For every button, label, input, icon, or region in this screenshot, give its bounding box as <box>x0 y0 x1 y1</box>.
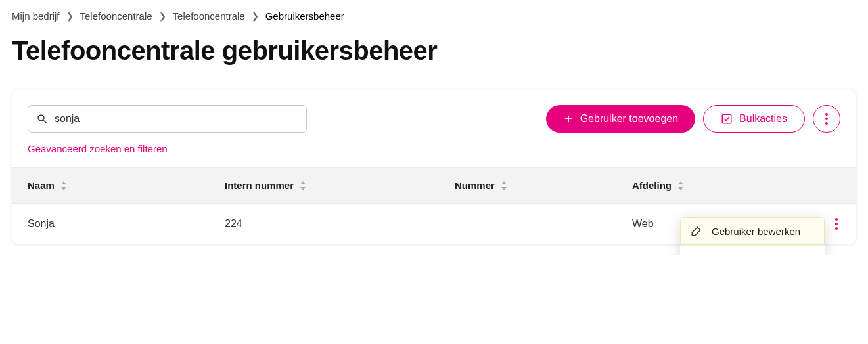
cell-intern: 224 <box>225 218 455 230</box>
menu-item-label: Licenties bewerken <box>712 254 796 255</box>
row-context-menu: Gebruiker bewerken Licenties bewerken Ge… <box>680 217 825 255</box>
column-header-intern-label: Intern nummer <box>225 180 294 191</box>
svg-point-0 <box>38 115 44 121</box>
sort-icon <box>500 181 508 191</box>
sort-icon <box>677 181 685 191</box>
row-menu-button[interactable] <box>833 215 840 232</box>
column-header-intern[interactable]: Intern nummer <box>225 180 455 191</box>
search-input[interactable] <box>55 113 298 125</box>
menu-item-edit-licenses[interactable]: Licenties bewerken <box>680 245 825 255</box>
column-header-afdeling[interactable]: Afdeling <box>632 180 821 191</box>
column-header-name[interactable]: Naam <box>28 180 225 191</box>
chevron-right-icon: ❯ <box>252 11 259 21</box>
breadcrumb: Mijn bedrijf ❯ Telefooncentrale ❯ Telefo… <box>12 11 856 22</box>
breadcrumb-link[interactable]: Telefooncentrale <box>173 11 245 22</box>
menu-item-label: Gebruiker bewerken <box>712 226 800 237</box>
plus-icon <box>563 114 574 124</box>
sort-icon <box>299 181 307 191</box>
checkbox-icon <box>721 113 733 125</box>
more-vertical-icon <box>825 113 828 125</box>
search-field-wrapper <box>28 105 307 133</box>
chevron-right-icon: ❯ <box>159 11 166 21</box>
page-title: Telefooncentrale gebruikersbeheer <box>12 36 856 66</box>
license-icon <box>691 253 702 255</box>
chevron-right-icon: ❯ <box>66 11 74 21</box>
svg-rect-4 <box>722 114 731 123</box>
svg-line-1 <box>43 120 47 123</box>
sort-icon <box>60 181 68 191</box>
breadcrumb-current: Gebruikersbeheer <box>265 11 344 22</box>
edit-icon <box>691 225 702 237</box>
column-header-afdeling-label: Afdeling <box>632 180 672 191</box>
cell-name: Sonja <box>28 218 225 230</box>
column-header-nummer[interactable]: Nummer <box>455 180 632 191</box>
menu-item-edit-user[interactable]: Gebruiker bewerken <box>680 217 825 245</box>
column-header-nummer-label: Nummer <box>455 180 495 191</box>
bulk-actions-button[interactable]: Bulkacties <box>703 105 805 133</box>
main-card: Gebruiker toevoegen Bulkacties Geavancee… <box>12 89 856 244</box>
advanced-search-link[interactable]: Geavanceerd zoeken en filteren <box>28 143 840 154</box>
table-header-row: Naam Intern nummer Nummer Afdeling <box>12 167 856 204</box>
more-actions-button[interactable] <box>813 105 840 133</box>
breadcrumb-link[interactable]: Mijn bedrijf <box>12 11 60 22</box>
bulk-actions-label: Bulkacties <box>739 113 787 125</box>
add-user-label: Gebruiker toevoegen <box>580 113 678 125</box>
search-icon <box>36 113 48 125</box>
add-user-button[interactable]: Gebruiker toevoegen <box>546 105 695 133</box>
column-header-name-label: Naam <box>28 180 55 191</box>
breadcrumb-link[interactable]: Telefooncentrale <box>80 11 152 22</box>
